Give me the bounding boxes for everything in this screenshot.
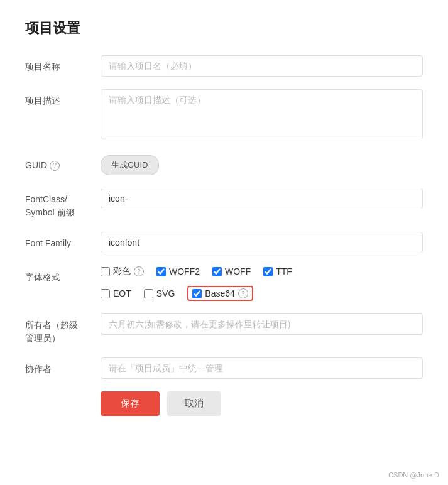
collaborator-label: 协作者 xyxy=(25,357,101,376)
format-woff2-label: WOFF2 xyxy=(169,266,200,276)
format-color-checkbox[interactable] xyxy=(101,267,110,276)
format-svg-checkbox[interactable] xyxy=(144,289,153,298)
format-ttf-checkbox[interactable] xyxy=(263,267,273,276)
project-name-row: 项目名称 xyxy=(25,55,423,77)
font-class-input[interactable] xyxy=(101,188,423,209)
font-family-label: Font Family xyxy=(25,232,101,250)
collaborator-field xyxy=(101,357,423,379)
generate-guid-button[interactable]: 生成GUID xyxy=(101,155,159,175)
format-woff2-checkbox[interactable] xyxy=(156,267,166,276)
font-format-field: 彩色 ? WOFF2 WOFF TTF xyxy=(101,266,423,301)
format-svg-label: SVG xyxy=(156,288,175,298)
owner-input[interactable] xyxy=(101,313,423,335)
color-help-icon[interactable]: ? xyxy=(134,266,144,276)
watermark: CSDN @June-D xyxy=(388,471,439,479)
format-woff-label: WOFF xyxy=(225,266,251,276)
format-color-label: 彩色 xyxy=(113,266,131,277)
project-desc-row: 项目描述 xyxy=(25,89,423,141)
format-eot-checkbox[interactable] xyxy=(101,289,110,298)
format-eot-item[interactable]: EOT xyxy=(101,288,131,298)
project-name-label: 项目名称 xyxy=(25,55,101,74)
project-name-field xyxy=(101,55,423,77)
project-desc-input[interactable] xyxy=(101,89,423,139)
format-row-2: EOT SVG Base64 ? xyxy=(101,286,423,301)
project-desc-field xyxy=(101,89,423,141)
font-class-field xyxy=(101,188,423,209)
guid-field: 生成GUID xyxy=(101,154,423,175)
format-eot-label: EOT xyxy=(113,288,131,298)
font-family-field xyxy=(101,232,423,253)
format-ttf-item[interactable]: TTF xyxy=(263,266,292,276)
project-name-input[interactable] xyxy=(101,55,423,77)
format-base64-label: Base64 xyxy=(205,288,234,298)
collaborator-row: 协作者 xyxy=(25,357,423,379)
save-button[interactable]: 保存 xyxy=(101,391,160,416)
owner-field xyxy=(101,313,423,335)
format-ttf-label: TTF xyxy=(276,266,292,276)
format-woff2-item[interactable]: WOFF2 xyxy=(156,266,200,276)
format-svg-item[interactable]: SVG xyxy=(144,288,175,298)
font-family-input[interactable] xyxy=(101,232,423,253)
format-woff-checkbox[interactable] xyxy=(212,267,222,276)
cancel-button[interactable]: 取消 xyxy=(167,391,221,416)
guid-label: GUID ? xyxy=(25,154,101,172)
owner-label: 所有者（超级 管理员） xyxy=(25,313,101,345)
format-woff-item[interactable]: WOFF xyxy=(212,266,251,276)
base64-help-icon[interactable]: ? xyxy=(238,288,248,298)
format-color-item[interactable]: 彩色 ? xyxy=(101,266,144,277)
format-base64-checkbox[interactable] xyxy=(192,289,202,298)
font-class-row: FontClass/ Symbol 前缀 xyxy=(25,188,423,219)
font-format-label: 字体格式 xyxy=(25,266,101,284)
project-desc-label: 项目描述 xyxy=(25,89,101,107)
format-options: 彩色 ? WOFF2 WOFF TTF xyxy=(101,266,423,301)
font-format-row: 字体格式 彩色 ? WOFF2 WOFF xyxy=(25,266,423,301)
owner-row: 所有者（超级 管理员） xyxy=(25,313,423,345)
page-title: 项目设置 xyxy=(25,19,423,38)
font-class-label: FontClass/ Symbol 前缀 xyxy=(25,188,101,219)
guid-help-icon[interactable]: ? xyxy=(50,161,60,171)
collaborator-input[interactable] xyxy=(101,357,423,379)
guid-row: GUID ? 生成GUID xyxy=(25,154,423,175)
format-base64-item[interactable]: Base64 xyxy=(192,288,234,298)
font-family-row: Font Family xyxy=(25,232,423,253)
format-row-1: 彩色 ? WOFF2 WOFF TTF xyxy=(101,266,423,277)
form-actions: 保存 取消 xyxy=(25,391,423,416)
format-base64-highlight: Base64 ? xyxy=(187,286,253,301)
